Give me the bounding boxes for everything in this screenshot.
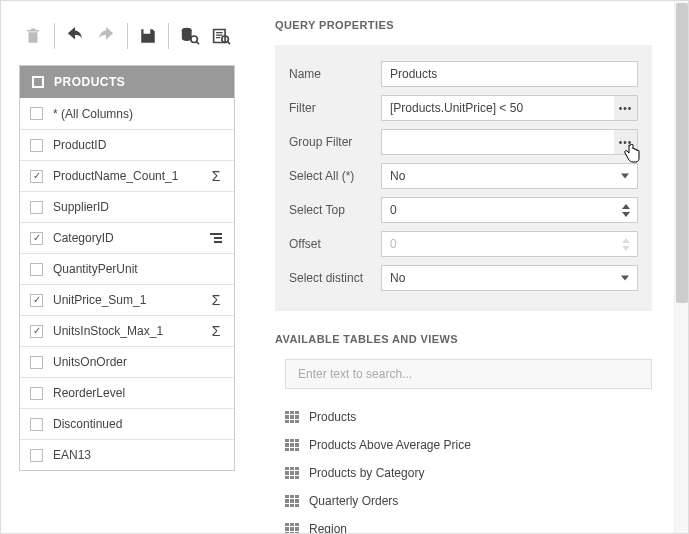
sigma-icon[interactable]: Σ [208, 323, 224, 339]
toolbar-separator [54, 23, 55, 49]
column-label: ReorderLevel [53, 386, 198, 400]
column-label: ProductID [53, 138, 198, 152]
table-icon [285, 523, 299, 533]
column-label: * (All Columns) [53, 107, 198, 121]
column-label: QuantityPerUnit [53, 262, 198, 276]
chevron-down-icon [621, 174, 629, 179]
column-row[interactable]: ProductID [20, 129, 234, 160]
columns-header[interactable]: PRODUCTS [20, 66, 234, 98]
table-label: Products [309, 410, 356, 424]
column-row[interactable]: UnitsInStock_Max_1Σ [20, 315, 234, 346]
filter-field[interactable]: [Products.UnitPrice] < 50 ••• [381, 95, 638, 121]
sigma-icon[interactable]: Σ [208, 168, 224, 184]
column-row[interactable]: ProductName_Count_1Σ [20, 160, 234, 191]
sigma-icon[interactable]: Σ [208, 292, 224, 308]
toolbar-separator [127, 23, 128, 49]
columns-header-label: PRODUCTS [54, 75, 125, 89]
filter-label: Filter [289, 101, 381, 115]
redo-button[interactable] [92, 21, 121, 51]
column-row[interactable]: Discontinued [20, 408, 234, 439]
table-label: Products by Category [309, 466, 424, 480]
select-top-spinner[interactable] [619, 198, 633, 222]
svg-rect-7 [214, 241, 222, 243]
column-checkbox[interactable] [30, 139, 43, 152]
table-icon [285, 467, 299, 479]
column-label: ProductName_Count_1 [53, 169, 198, 183]
undo-button[interactable] [61, 21, 90, 51]
available-tables-title: AVAILABLE TABLES AND VIEWS [275, 333, 652, 345]
svg-rect-5 [210, 233, 222, 235]
save-button[interactable] [134, 21, 163, 51]
column-label: SupplierID [53, 200, 198, 214]
columns-list: PRODUCTS * (All Columns)ProductIDProduct… [19, 65, 235, 471]
column-checkbox[interactable] [30, 294, 43, 307]
query-properties-panel: Name Products Filter [Products.UnitPrice… [275, 45, 652, 311]
name-label: Name [289, 67, 381, 81]
data-preview-button[interactable] [175, 21, 204, 51]
sql-preview-button[interactable] [206, 21, 235, 51]
column-label: EAN13 [53, 448, 198, 462]
select-distinct-label: Select distinct [289, 271, 381, 285]
column-row[interactable]: UnitPrice_Sum_1Σ [20, 284, 234, 315]
table-icon [285, 411, 299, 423]
column-row[interactable]: * (All Columns) [20, 98, 234, 129]
group-filter-label: Group Filter [289, 135, 381, 149]
svg-line-2 [196, 42, 198, 44]
column-label: CategoryID [53, 231, 198, 245]
chevron-down-icon [621, 276, 629, 281]
offset-spinner [619, 232, 633, 256]
table-icon [285, 495, 299, 507]
select-all-label: Select All (*) [289, 169, 381, 183]
svg-line-4 [227, 42, 229, 44]
svg-point-1 [191, 36, 198, 43]
select-top-label: Select Top [289, 203, 381, 217]
table-label: Quarterly Orders [309, 494, 398, 508]
table-icon [32, 76, 44, 88]
table-item[interactable]: Products [285, 403, 652, 431]
column-checkbox[interactable] [30, 325, 43, 338]
column-checkbox[interactable] [30, 356, 43, 369]
table-item[interactable]: Products by Category [285, 459, 652, 487]
toolbar-separator [168, 23, 169, 49]
table-label: Products Above Average Price [309, 438, 471, 452]
group-filter-field[interactable]: ••• [381, 129, 638, 155]
select-top-field[interactable]: 0 [381, 197, 638, 223]
column-row[interactable]: SupplierID [20, 191, 234, 222]
scrollbar-thumb[interactable] [676, 3, 688, 303]
column-checkbox[interactable] [30, 170, 43, 183]
scrollbar-track[interactable] [674, 1, 688, 533]
group-icon[interactable] [208, 232, 224, 244]
table-label: Region [309, 522, 347, 533]
svg-rect-6 [214, 237, 222, 239]
select-distinct-field[interactable]: No [381, 265, 638, 291]
column-checkbox[interactable] [30, 449, 43, 462]
column-label: Discontinued [53, 417, 198, 431]
tables-search-input[interactable]: Enter text to search... [285, 359, 652, 389]
filter-ellipsis-button[interactable]: ••• [613, 96, 637, 120]
column-checkbox[interactable] [30, 263, 43, 276]
table-icon [285, 439, 299, 451]
query-properties-title: QUERY PROPERTIES [275, 19, 652, 31]
offset-label: Offset [289, 237, 381, 251]
column-row[interactable]: EAN13 [20, 439, 234, 470]
column-checkbox[interactable] [30, 232, 43, 245]
offset-field: 0 [381, 231, 638, 257]
delete-button[interactable] [19, 21, 48, 51]
column-checkbox[interactable] [30, 418, 43, 431]
column-checkbox[interactable] [30, 201, 43, 214]
column-checkbox[interactable] [30, 387, 43, 400]
column-checkbox[interactable] [30, 107, 43, 120]
column-row[interactable]: ReorderLevel [20, 377, 234, 408]
table-item[interactable]: Products Above Average Price [285, 431, 652, 459]
column-row[interactable]: UnitsOnOrder [20, 346, 234, 377]
column-label: UnitsOnOrder [53, 355, 198, 369]
name-field[interactable]: Products [381, 61, 638, 87]
table-item[interactable]: Region [285, 515, 652, 533]
tables-list: ProductsProducts Above Average PriceProd… [285, 403, 652, 533]
select-all-field[interactable]: No [381, 163, 638, 189]
column-row[interactable]: CategoryID [20, 222, 234, 253]
column-label: UnitPrice_Sum_1 [53, 293, 198, 307]
column-row[interactable]: QuantityPerUnit [20, 253, 234, 284]
group-filter-ellipsis-button[interactable]: ••• [613, 130, 637, 154]
table-item[interactable]: Quarterly Orders [285, 487, 652, 515]
